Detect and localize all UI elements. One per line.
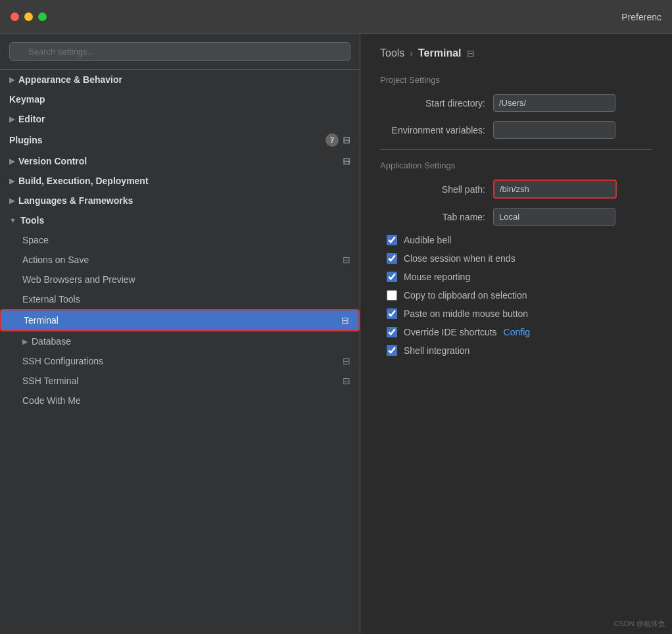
shell-path-label: Shell path: xyxy=(380,184,485,195)
settings-icon: ⊟ xyxy=(343,356,350,366)
sidebar-item-languages[interactable]: ▶ Languages & Frameworks xyxy=(0,191,360,210)
minimize-button[interactable] xyxy=(24,12,33,21)
start-directory-label: Start directory: xyxy=(380,98,485,109)
close-session-checkbox[interactable] xyxy=(387,253,397,264)
tab-name-input[interactable] xyxy=(493,208,615,226)
sidebar-item-label: Languages & Frameworks xyxy=(18,195,133,206)
breadcrumb: Tools › Terminal ⊟ xyxy=(380,47,652,59)
search-bar: 🔍 xyxy=(0,34,360,70)
sidebar-item-label: Tools xyxy=(20,215,44,226)
sidebar-item-label: Build, Execution, Deployment xyxy=(18,176,149,186)
application-settings-label: Application Settings xyxy=(380,160,652,170)
copy-clipboard-checkbox[interactable] xyxy=(387,290,397,301)
start-directory-row: Start directory: xyxy=(380,94,652,112)
sidebar-item-label: Database xyxy=(32,336,71,347)
settings-icon: ⊟ xyxy=(343,156,350,166)
shell-integration-label: Shell integration xyxy=(404,345,469,356)
shell-integration-checkbox[interactable] xyxy=(387,345,397,356)
sidebar-item-label: Code With Me xyxy=(22,395,81,406)
mouse-reporting-checkbox[interactable] xyxy=(387,272,397,282)
sidebar-item-ssh-configurations[interactable]: SSH Configurations ⊟ xyxy=(0,351,360,371)
sidebar-item-label: Actions on Save xyxy=(22,255,89,265)
sidebar-item-code-with-me[interactable]: Code With Me xyxy=(0,391,360,410)
plugins-badge: 7 xyxy=(325,134,339,147)
tab-name-row: Tab name: xyxy=(380,208,652,226)
arrow-icon: ▶ xyxy=(9,115,14,124)
audible-bell-row: Audible bell xyxy=(380,235,652,245)
sidebar-item-keymap[interactable]: Keymap xyxy=(0,89,360,109)
environment-variables-label: Environment variables: xyxy=(380,125,485,135)
audible-bell-checkbox[interactable] xyxy=(387,235,397,245)
override-ide-row: Override IDE shortcuts Config xyxy=(380,327,652,337)
right-panel: Tools › Terminal ⊟ Project Settings Star… xyxy=(360,34,672,634)
sidebar-item-label: Appearance & Behavior xyxy=(18,74,122,85)
window-title: Preferenc xyxy=(621,0,672,34)
arrow-icon: ▶ xyxy=(9,76,14,84)
breadcrumb-separator: › xyxy=(410,48,413,59)
paste-middle-label: Paste on middle mouse button xyxy=(404,308,528,319)
watermark: CSDN @粗体鱼 xyxy=(614,619,665,629)
close-session-row: Close session when it ends xyxy=(380,253,652,264)
close-session-label: Close session when it ends xyxy=(404,253,516,264)
sidebar-item-label: Terminal xyxy=(24,315,59,326)
sidebar-item-label: Space xyxy=(22,235,49,245)
tab-name-label: Tab name: xyxy=(380,212,485,222)
breadcrumb-icon: ⊟ xyxy=(467,48,475,59)
breadcrumb-parent: Tools xyxy=(380,47,404,59)
main-container: 🔍 ▶ Appearance & Behavior Keymap ▶ Edito… xyxy=(0,34,672,634)
environment-variables-row: Environment variables: xyxy=(380,121,652,139)
shell-integration-row: Shell integration xyxy=(380,345,652,356)
plugins-badges: 7 ⊟ xyxy=(325,134,350,147)
copy-clipboard-label: Copy to clipboard on selection xyxy=(404,290,527,301)
search-wrapper: 🔍 xyxy=(9,42,350,61)
sidebar-item-appearance[interactable]: ▶ Appearance & Behavior xyxy=(0,70,360,89)
copy-clipboard-row: Copy to clipboard on selection xyxy=(380,290,652,301)
title-bar: Preferenc xyxy=(0,0,672,34)
sidebar-item-label: SSH Configurations xyxy=(22,356,103,366)
sidebar-item-editor[interactable]: ▶ Editor xyxy=(0,109,360,129)
sidebar-item-label: External Tools xyxy=(22,294,80,305)
config-link[interactable]: Config xyxy=(504,327,530,337)
shell-path-row: Shell path: xyxy=(380,180,652,199)
project-settings-label: Project Settings xyxy=(380,75,652,85)
environment-variables-input[interactable] xyxy=(493,121,615,139)
override-ide-checkbox[interactable] xyxy=(387,327,397,337)
arrow-icon: ▶ xyxy=(9,157,14,166)
paste-middle-checkbox[interactable] xyxy=(387,308,397,319)
search-input[interactable] xyxy=(9,42,350,61)
arrow-icon: ▶ xyxy=(9,197,14,205)
sidebar-item-tools[interactable]: ▼ Tools xyxy=(0,210,360,230)
arrow-icon: ▶ xyxy=(9,177,14,185)
settings-icon: ⊟ xyxy=(341,315,349,326)
sidebar: 🔍 ▶ Appearance & Behavior Keymap ▶ Edito… xyxy=(0,34,360,634)
sidebar-item-label: SSH Terminal xyxy=(22,376,78,386)
sidebar-item-terminal[interactable]: Terminal ⊟ xyxy=(0,309,360,331)
sidebar-item-actions-on-save[interactable]: Actions on Save ⊟ xyxy=(0,250,360,270)
audible-bell-label: Audible bell xyxy=(404,235,451,245)
sidebar-item-web-browsers[interactable]: Web Browsers and Preview xyxy=(0,270,360,289)
arrow-icon: ▼ xyxy=(9,216,16,224)
settings-icon: ⊟ xyxy=(343,376,350,386)
sidebar-item-external-tools[interactable]: External Tools xyxy=(0,289,360,309)
paste-middle-row: Paste on middle mouse button xyxy=(380,308,652,319)
sidebar-item-label: Keymap xyxy=(9,94,45,105)
arrow-icon: ▶ xyxy=(22,337,28,346)
mouse-reporting-row: Mouse reporting xyxy=(380,272,652,282)
breadcrumb-current: Terminal xyxy=(418,47,462,59)
mouse-reporting-label: Mouse reporting xyxy=(404,272,470,282)
sidebar-item-database[interactable]: ▶ Database xyxy=(0,331,360,351)
close-button[interactable] xyxy=(11,12,19,21)
maximize-button[interactable] xyxy=(38,12,47,21)
start-directory-input[interactable] xyxy=(493,94,615,112)
sidebar-item-label: Editor xyxy=(18,114,45,124)
sidebar-item-build[interactable]: ▶ Build, Execution, Deployment xyxy=(0,171,360,191)
sidebar-item-ssh-terminal[interactable]: SSH Terminal ⊟ xyxy=(0,371,360,391)
divider xyxy=(380,149,652,150)
shell-path-input[interactable] xyxy=(493,180,617,199)
sidebar-item-label: Web Browsers and Preview xyxy=(22,274,135,285)
traffic-lights xyxy=(11,12,47,21)
settings-icon: ⊟ xyxy=(343,135,350,145)
sidebar-item-plugins[interactable]: Plugins 7 ⊟ xyxy=(0,129,360,151)
sidebar-item-version-control[interactable]: ▶ Version Control ⊟ xyxy=(0,151,360,171)
sidebar-item-space[interactable]: Space xyxy=(0,230,360,250)
